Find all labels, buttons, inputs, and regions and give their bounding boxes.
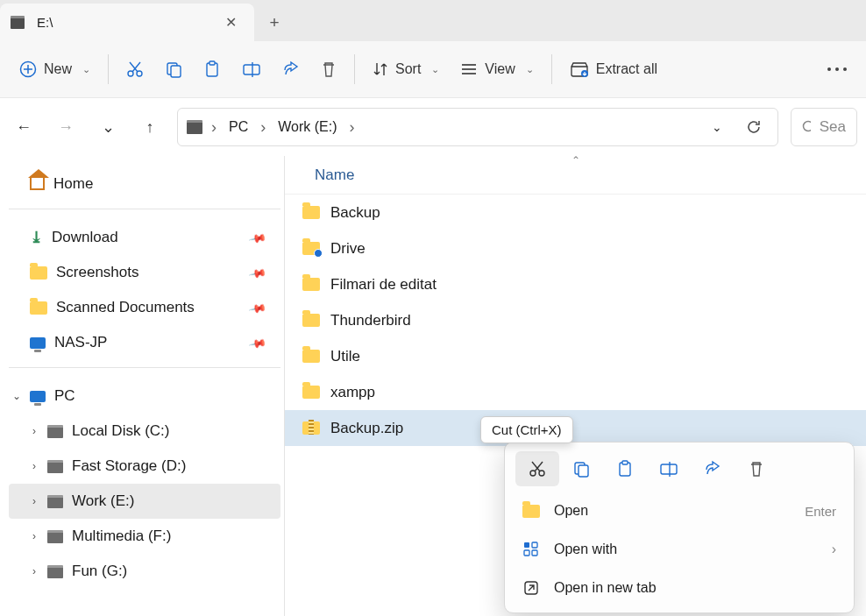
chevron-down-icon: ⌄	[82, 64, 90, 75]
plus-circle-icon	[19, 60, 37, 78]
up-button[interactable]: ↑	[135, 112, 165, 142]
folder-icon	[302, 206, 320, 219]
address-row: ← → ⌄ ↑ PC Work (E:) ⌄ Sea	[0, 98, 866, 156]
file-row[interactable]: Backup	[285, 195, 866, 230]
nav-quick-item[interactable]: ⤓Download📌	[9, 220, 280, 255]
expand-icon[interactable]: ›	[28, 565, 40, 577]
copy-button[interactable]	[154, 50, 193, 89]
tab-active[interactable]: E:\ ✕	[0, 4, 254, 41]
address-history-button[interactable]: ⌄	[702, 112, 732, 142]
folder-icon	[30, 266, 47, 280]
expand-icon[interactable]: ›	[28, 425, 40, 437]
nav-drive-item[interactable]: ›Multimedia (F:)	[9, 519, 280, 554]
file-row[interactable]: Thunderbird	[285, 302, 866, 338]
submenu-icon: ›	[832, 542, 836, 557]
nav-item-label: Screenshots	[56, 264, 139, 281]
pin-icon[interactable]: 📌	[248, 263, 267, 281]
tab-bar: E:\ ✕ +	[0, 0, 866, 41]
collapse-icon[interactable]: ⌄	[11, 390, 23, 402]
file-row[interactable]: xampp	[285, 374, 866, 410]
sort-button[interactable]: Sort ⌄	[362, 50, 450, 89]
ctxt-open-with-label: Open with	[554, 542, 617, 557]
nav-drive-item[interactable]: ›Local Disk (C:)	[9, 414, 280, 449]
ctxt-open-with[interactable]: Open with ›	[510, 530, 848, 569]
svg-rect-33	[532, 550, 537, 556]
search-icon	[802, 120, 811, 135]
extract-icon	[570, 61, 589, 77]
view-label: View	[485, 61, 515, 77]
nav-quick-item[interactable]: NAS-JP📌	[9, 325, 280, 360]
clipboard-icon	[203, 60, 221, 78]
crumb-pc[interactable]: PC	[225, 116, 252, 138]
pin-icon[interactable]: 📌	[248, 228, 267, 246]
chevron-down-icon: ⌄	[526, 64, 534, 75]
pin-icon[interactable]: 📌	[248, 333, 267, 351]
monitor-icon	[30, 337, 46, 349]
ctxt-open[interactable]: Open Enter	[510, 492, 848, 530]
context-action-row	[510, 451, 848, 492]
nav-quick-item[interactable]: Scanned Documents📌	[9, 290, 280, 325]
nav-drive-item[interactable]: ›Work (E:)	[9, 484, 280, 519]
pin-icon[interactable]: 📌	[248, 298, 267, 316]
ctxt-open-label: Open	[554, 503, 588, 519]
new-button[interactable]: New ⌄	[9, 50, 101, 89]
ctxt-open-new-tab[interactable]: Open in new tab	[510, 569, 848, 607]
ctxt-rename-button[interactable]	[647, 451, 691, 486]
paste-button[interactable]	[193, 50, 231, 89]
pc-icon	[30, 391, 46, 402]
new-label: New	[44, 61, 72, 77]
tooltip-cut: Cut (Ctrl+X)	[480, 416, 573, 443]
drive-icon	[187, 120, 202, 134]
nav-item-label: NAS-JP	[54, 334, 107, 351]
svg-rect-27	[622, 461, 628, 464]
nav-home[interactable]: Home	[9, 166, 280, 202]
back-button[interactable]: ←	[9, 112, 39, 142]
file-row[interactable]: Drive	[285, 230, 866, 266]
new-tab-button[interactable]: +	[254, 4, 295, 41]
share-button[interactable]	[272, 50, 310, 89]
refresh-button[interactable]	[739, 112, 769, 142]
cut-button[interactable]	[116, 50, 154, 89]
file-row[interactable]: Filmari de editat	[285, 266, 866, 302]
svg-rect-32	[524, 550, 529, 556]
svg-rect-10	[209, 61, 215, 65]
extract-all-button[interactable]: Extract all	[559, 50, 668, 89]
file-name: Backup.zip	[330, 420, 403, 437]
ctxt-open-shortcut: Enter	[805, 504, 836, 519]
close-tab-button[interactable]: ✕	[217, 10, 244, 36]
nav-quick-item[interactable]: Screenshots📌	[9, 255, 280, 290]
expand-icon[interactable]: ›	[28, 530, 40, 542]
view-icon	[460, 62, 478, 76]
delete-button[interactable]	[310, 50, 347, 89]
expand-icon[interactable]: ›	[28, 460, 40, 472]
scissors-icon	[529, 460, 546, 478]
nav-drive-item[interactable]: ›Fun (G:)	[9, 554, 280, 589]
nav-drive-item[interactable]: ›Fast Storage (D:)	[9, 449, 280, 484]
forward-button[interactable]: →	[51, 112, 81, 142]
rename-button[interactable]	[231, 50, 272, 89]
address-bar[interactable]: PC Work (E:) ⌄	[177, 108, 778, 146]
view-button[interactable]: View ⌄	[450, 50, 543, 89]
file-name: Filmari de editat	[330, 276, 437, 294]
file-row[interactable]: Utile	[285, 338, 866, 374]
ctxt-copy-button[interactable]	[559, 451, 603, 486]
recent-button[interactable]: ⌄	[93, 112, 123, 142]
folder-icon	[302, 242, 320, 255]
ctxt-cut-button[interactable]	[515, 451, 559, 486]
column-header-name[interactable]: ⌃ Name	[285, 156, 866, 195]
file-name: Thunderbird	[330, 312, 411, 329]
file-row[interactable]: Backup.zip	[285, 410, 866, 446]
folder-icon	[302, 386, 320, 399]
folder-icon	[522, 505, 540, 518]
nav-pc[interactable]: ⌄ PC	[9, 379, 280, 414]
expand-icon[interactable]: ›	[28, 495, 40, 507]
crumb-work[interactable]: Work (E:)	[274, 116, 340, 138]
more-button[interactable]	[817, 50, 857, 89]
ctxt-delete-button[interactable]	[735, 451, 778, 486]
ctxt-paste-button[interactable]	[603, 451, 647, 486]
search-box[interactable]: Sea	[791, 108, 857, 146]
ctxt-share-button[interactable]	[691, 451, 735, 486]
drive-icon	[47, 460, 63, 473]
nav-item-label: Fast Storage (D:)	[72, 457, 186, 475]
trash-icon	[749, 460, 764, 478]
